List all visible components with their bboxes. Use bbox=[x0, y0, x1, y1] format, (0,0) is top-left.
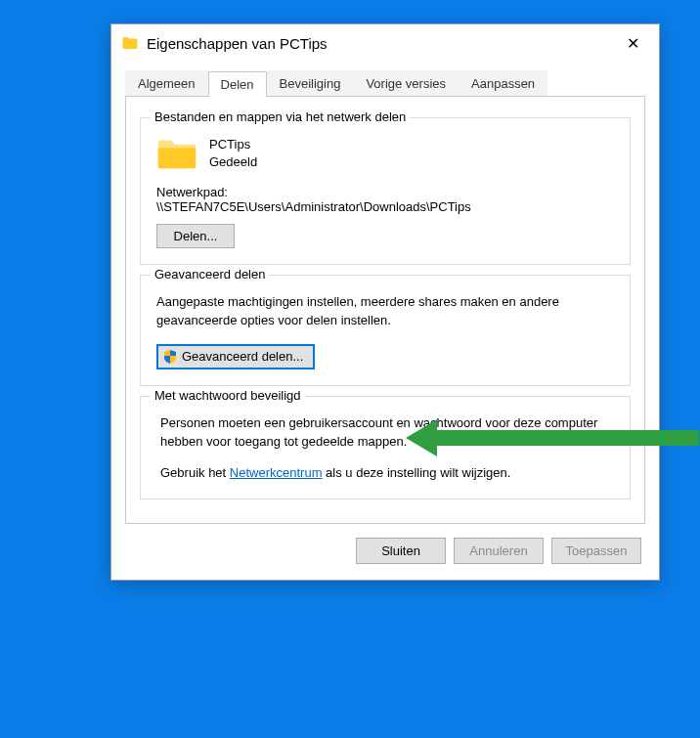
tab-strip: Algemeen Delen Beveiliging Vorige versie… bbox=[125, 70, 645, 97]
folder-icon bbox=[121, 34, 139, 52]
advanced-share-label: Geavanceerd delen... bbox=[182, 349, 303, 364]
group-legend-password: Met wachtwoord beveiligd bbox=[151, 388, 305, 403]
cancel-button[interactable]: Annuleren bbox=[454, 538, 544, 564]
share-status: Gedeeld bbox=[209, 153, 257, 171]
tab-beveiliging[interactable]: Beveiliging bbox=[267, 70, 354, 96]
properties-window: Eigenschappen van PCTips ✕ Algemeen Dele… bbox=[110, 23, 660, 581]
network-center-link[interactable]: Netwerkcentrum bbox=[230, 465, 323, 480]
tab-vorige-versies[interactable]: Vorige versies bbox=[353, 70, 459, 96]
group-network-sharing: Bestanden en mappen via het netwerk dele… bbox=[140, 117, 631, 265]
close-dialog-button[interactable]: Sluiten bbox=[356, 538, 446, 564]
group-password-protected: Met wachtwoord beveiligd Personen moeten… bbox=[140, 396, 631, 500]
network-path-label: Netwerkpad: bbox=[156, 185, 614, 199]
network-path-value: \\STEFAN7C5E\Users\Administrator\Downloa… bbox=[156, 199, 614, 214]
share-folder-name: PCTips bbox=[209, 136, 257, 153]
advanced-description: Aangepaste machtigingen instellen, meerd… bbox=[156, 293, 614, 330]
advanced-share-button[interactable]: Geavanceerd delen... bbox=[156, 344, 315, 369]
password-line2-pre: Gebruik het bbox=[160, 465, 230, 480]
folder-large-icon bbox=[156, 136, 197, 173]
share-info: PCTips Gedeeld bbox=[209, 136, 257, 171]
password-description-1: Personen moeten een gebruikersaccount en… bbox=[156, 414, 614, 452]
client-area: Algemeen Delen Beveiliging Vorige versie… bbox=[111, 62, 659, 580]
apply-button[interactable]: Toepassen bbox=[551, 538, 641, 564]
group-legend-advanced: Geavanceerd delen bbox=[151, 267, 269, 282]
tab-aanpassen[interactable]: Aanpassen bbox=[459, 70, 547, 96]
dialog-buttons: Sluiten Annuleren Toepassen bbox=[125, 524, 645, 566]
group-legend-network: Bestanden en mappen via het netwerk dele… bbox=[151, 109, 410, 124]
tab-delen[interactable]: Delen bbox=[208, 71, 267, 97]
window-title: Eigenschappen van PCTips bbox=[147, 35, 610, 52]
group-advanced-sharing: Geavanceerd delen Aangepaste machtiginge… bbox=[140, 275, 631, 386]
password-description-2: Gebruik het Netwerkcentrum als u deze in… bbox=[156, 464, 614, 483]
shield-icon bbox=[162, 349, 178, 365]
tab-algemeen[interactable]: Algemeen bbox=[125, 70, 208, 96]
close-button[interactable]: ✕ bbox=[610, 27, 655, 59]
password-line2-post: als u deze instelling wilt wijzigen. bbox=[322, 465, 510, 480]
titlebar: Eigenschappen van PCTips ✕ bbox=[111, 24, 659, 62]
tab-panel-delen: Bestanden en mappen via het netwerk dele… bbox=[125, 96, 645, 524]
share-button[interactable]: Delen... bbox=[156, 224, 235, 248]
